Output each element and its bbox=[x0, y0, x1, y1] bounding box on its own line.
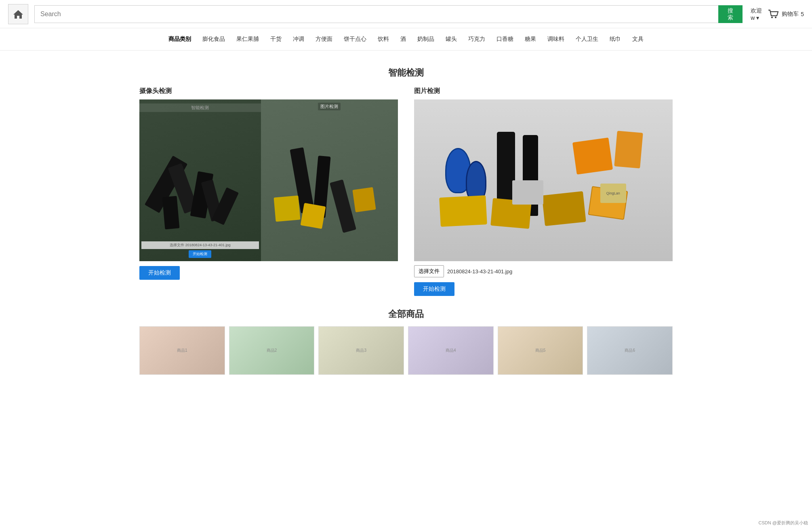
cart-count: 5 bbox=[801, 11, 804, 17]
nav-item-noodles[interactable]: 方便面 bbox=[310, 33, 338, 45]
detection-panels: 摄像头检测 智能检测 选择文件 20180824 bbox=[139, 87, 673, 296]
product-thumb-2[interactable]: 商品2 bbox=[229, 326, 315, 375]
camera-image-wrap: 智能检测 选择文件 20180824-13-43-21-401.jpg 开始检测 bbox=[139, 99, 398, 261]
choose-file-button[interactable]: 选择文件 bbox=[414, 265, 444, 277]
welcome-text: 欢迎 w ▾ bbox=[751, 7, 762, 21]
header: 搜 索 欢迎 w ▾ 购物车 5 bbox=[0, 0, 812, 28]
image-panel-wrap: QingLan bbox=[414, 99, 673, 261]
home-icon bbox=[13, 8, 24, 20]
nav-item-candy[interactable]: 糖果 bbox=[519, 33, 542, 45]
file-row: 选择文件 20180824-13-43-21-401.jpg bbox=[414, 265, 673, 277]
svg-marker-0 bbox=[13, 10, 23, 19]
product-thumb-4[interactable]: 商品4 bbox=[408, 326, 494, 375]
nav-item-puffed[interactable]: 膨化食品 bbox=[197, 33, 231, 45]
main-content: 智能检测 摄像头检测 智能检测 bbox=[123, 51, 689, 383]
camera-panel: 摄像头检测 智能检测 选择文件 20180824 bbox=[139, 87, 398, 296]
product-thumb-3[interactable]: 商品3 bbox=[318, 326, 404, 375]
product-thumb-5[interactable]: 商品5 bbox=[498, 326, 583, 375]
home-button[interactable] bbox=[8, 4, 28, 24]
svg-point-1 bbox=[771, 17, 773, 18]
cart-area[interactable]: 购物车 5 bbox=[767, 8, 804, 21]
camera-feed-left: 智能检测 选择文件 20180824-13-43-21-401.jpg 开始检测 bbox=[139, 99, 261, 261]
cart-icon bbox=[767, 8, 780, 21]
nav-item-chocolate[interactable]: 巧克力 bbox=[463, 33, 491, 45]
search-input[interactable] bbox=[34, 5, 718, 23]
nav-item-canned[interactable]: 罐头 bbox=[440, 33, 463, 45]
nav-item-nuts[interactable]: 果仁果脯 bbox=[231, 33, 265, 45]
nav-item-categories[interactable]: 商品类别 bbox=[163, 33, 197, 45]
nav-item-dry[interactable]: 干货 bbox=[265, 33, 287, 45]
nav-item-alcohol[interactable]: 酒 bbox=[395, 33, 412, 45]
image-detect-button[interactable]: 开始检测 bbox=[414, 282, 454, 296]
nav-item-tissue[interactable]: 纸巾 bbox=[604, 33, 627, 45]
filename-label: 20180824-13-43-21-401.jpg bbox=[447, 268, 512, 275]
search-button[interactable]: 搜 索 bbox=[718, 5, 743, 23]
image-panel: 图片检测 bbox=[414, 87, 673, 296]
nav-item-gum[interactable]: 口香糖 bbox=[491, 33, 519, 45]
nav-item-beverages[interactable]: 饮料 bbox=[372, 33, 395, 45]
camera-detect-button[interactable]: 开始检测 bbox=[139, 266, 180, 280]
products-row: 商品1 商品2 商品3 商品4 商品5 商品6 bbox=[139, 326, 673, 375]
nav-item-personal[interactable]: 个人卫生 bbox=[570, 33, 604, 45]
nav-bar: 商品类别 膨化食品 果仁果脯 干货 冲调 方便面 饼干点心 饮料 酒 奶制品 罐… bbox=[0, 28, 812, 51]
camera-panel-title: 摄像头检测 bbox=[139, 87, 398, 95]
svg-point-2 bbox=[775, 17, 776, 18]
products-scatter: QingLan bbox=[414, 99, 673, 261]
nav-item-stationery[interactable]: 文具 bbox=[627, 33, 649, 45]
all-products-title: 全部商品 bbox=[139, 308, 673, 320]
nav-item-biscuits[interactable]: 饼干点心 bbox=[338, 33, 372, 45]
product-thumb-6[interactable]: 商品6 bbox=[587, 326, 673, 375]
cart-label: 购物车 bbox=[782, 11, 799, 18]
smart-detection-title: 智能检测 bbox=[139, 67, 673, 79]
product-thumb-1[interactable]: 商品1 bbox=[139, 326, 225, 375]
nav-item-dairy[interactable]: 奶制品 bbox=[412, 33, 440, 45]
nav-item-drinks-mix[interactable]: 冲调 bbox=[287, 33, 310, 45]
image-panel-title: 图片检测 bbox=[414, 87, 673, 95]
header-right: 欢迎 w ▾ 购物车 5 bbox=[751, 7, 804, 21]
camera-feed-right: 图片检测 bbox=[261, 99, 398, 261]
camera-split: 智能检测 选择文件 20180824-13-43-21-401.jpg 开始检测 bbox=[139, 99, 398, 261]
nav-item-seasoning[interactable]: 调味料 bbox=[542, 33, 570, 45]
